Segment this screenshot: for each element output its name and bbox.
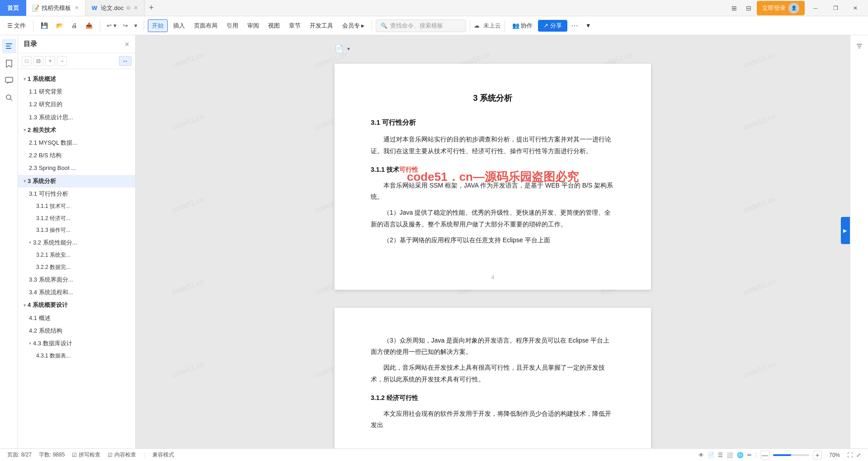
toc-sync-button[interactable]: ↔ bbox=[119, 56, 132, 66]
toc-expand-all-button[interactable]: □ bbox=[22, 56, 32, 66]
toc-item-3-1-3[interactable]: 3.1.3 操作可... bbox=[18, 224, 135, 236]
svg-rect-2 bbox=[6, 48, 11, 49]
insert-tab[interactable]: 插入 bbox=[170, 20, 189, 32]
toc-item-3-1[interactable]: 3.1 可行性分析 bbox=[18, 188, 135, 200]
view-mode-5[interactable]: ✏ bbox=[747, 452, 752, 458]
fullscreen-expand-button[interactable]: ⤢ bbox=[856, 452, 861, 458]
toc-icon-button[interactable] bbox=[2, 39, 16, 53]
toc-item-3-2-1[interactable]: 3.2.1 系统安... bbox=[18, 249, 135, 261]
watermark-15: code51.cn bbox=[742, 195, 777, 214]
doc-icon: W bbox=[91, 5, 98, 12]
open-button[interactable]: 📂 bbox=[52, 20, 67, 31]
bookmark-icon-button[interactable] bbox=[2, 56, 16, 71]
toc-item-3-3[interactable]: 3.3 系统界面分... bbox=[18, 273, 135, 286]
tab-doc[interactable]: W 论文.doc ⧉ ✕ bbox=[85, 0, 145, 16]
right-filter-button[interactable] bbox=[852, 39, 867, 53]
reference-tab[interactable]: 引用 bbox=[223, 20, 242, 32]
fullscreen-button[interactable]: ⛶ bbox=[847, 452, 853, 458]
toc-item-4-1[interactable]: 4.1 概述 bbox=[18, 312, 135, 325]
share-button[interactable]: ↗ 分享 bbox=[538, 20, 567, 32]
toc-item-4-3-1[interactable]: 4.3.1 数据表... bbox=[18, 350, 135, 362]
export-button[interactable]: 📤 bbox=[82, 20, 96, 31]
devtools-tab[interactable]: 开发工具 bbox=[306, 20, 337, 32]
redo-button[interactable]: ↪ bbox=[120, 20, 131, 31]
toc-add-button[interactable]: + bbox=[45, 56, 55, 66]
login-button[interactable]: 立即登录 👤 bbox=[757, 1, 805, 15]
toc-item-3-2-2[interactable]: 3.2.2 数据完... bbox=[18, 261, 135, 273]
toc-collapse-all-button[interactable]: ⊟ bbox=[33, 56, 43, 66]
zoom-minus-button[interactable]: — bbox=[760, 451, 769, 460]
toc-item-2[interactable]: ▾ 2 相关技术 bbox=[18, 124, 135, 136]
content-check-item[interactable]: ☑ 内容检查 bbox=[108, 451, 136, 459]
view-mode-4[interactable]: 🌐 bbox=[737, 452, 744, 458]
toc-item-2-1[interactable]: 2.1 MYSQL 数据... bbox=[18, 136, 135, 149]
view-mode-2[interactable]: ☰ bbox=[718, 452, 723, 458]
toc-item-2-3[interactable]: 2.3 Spring Boot ... bbox=[18, 162, 135, 174]
layout-tab[interactable]: 页面布局 bbox=[190, 20, 221, 32]
toc-item-4[interactable]: ▾ 4 系统概要设计 bbox=[18, 299, 135, 311]
zoom-plus-button[interactable]: + bbox=[813, 451, 822, 460]
close-button[interactable]: ✕ bbox=[846, 0, 864, 16]
toc-item-4-3[interactable]: ▾ 4.3.数据库设计 bbox=[18, 337, 135, 350]
toolbar-search-box[interactable]: 🔍 查找命令、搜索模板 bbox=[376, 19, 466, 32]
toc-close-button[interactable]: ✕ bbox=[124, 41, 130, 48]
restore-button[interactable]: ❐ bbox=[826, 0, 844, 16]
tab-daoke[interactable]: 📝 找稻壳模板 ✕ bbox=[26, 0, 85, 16]
start-tab[interactable]: 开始 bbox=[148, 19, 168, 32]
toc-item-3-1-2[interactable]: 3.1.2 经济可... bbox=[18, 212, 135, 225]
collapse-button[interactable]: ▼ bbox=[582, 20, 595, 31]
spell-check-item[interactable]: ☑ 拼写检查 bbox=[72, 451, 100, 459]
toc-item-3-1-1[interactable]: 3.1.1 技术可... bbox=[18, 200, 135, 212]
comments-icon-button[interactable] bbox=[2, 73, 16, 88]
view-mode-3[interactable]: ⬜ bbox=[726, 452, 733, 458]
grid-view-button[interactable]: ⊟ bbox=[742, 2, 755, 14]
tab-doc-restore[interactable]: ⧉ bbox=[127, 5, 130, 11]
collab-button[interactable]: 👥 协作 bbox=[509, 20, 536, 32]
review-tab[interactable]: 审阅 bbox=[244, 20, 263, 32]
layout-toggle-button[interactable]: ⊞ bbox=[728, 2, 741, 14]
zoom-level-label[interactable]: 70% bbox=[826, 452, 844, 458]
view-mode-1[interactable]: 📄 bbox=[708, 452, 714, 458]
doc-area[interactable]: code51.cn code51.cn code51.cn code51.cn … bbox=[136, 35, 850, 448]
right-float-button[interactable]: ▶ bbox=[841, 217, 850, 244]
page-1-content[interactable]: 3 系统分析 3.1 可行性分析 通过对本音乐网站实行的目的初步调查和分析，提出… bbox=[371, 91, 615, 246]
file-menu-button[interactable]: ☰ 文件 bbox=[4, 20, 29, 32]
toc-item-3-4[interactable]: 3.4 系统流程和... bbox=[18, 286, 135, 299]
left-icon-bar bbox=[0, 35, 18, 448]
toc-item-1-3[interactable]: 1.3 系统设计思... bbox=[18, 111, 135, 124]
chapter-tab[interactable]: 章节 bbox=[285, 20, 304, 32]
tab-daoke-close[interactable]: ✕ bbox=[74, 4, 80, 12]
toc-item-2-2[interactable]: 2.2 B/S 结构 bbox=[18, 149, 135, 162]
page-2-content[interactable]: （3）众所周知，Java 是面向对象的开发语言。程序开发员可以在 Eclipse… bbox=[371, 335, 615, 431]
undo-button[interactable]: ↩ ▾ bbox=[104, 20, 119, 31]
search-panel-button[interactable] bbox=[2, 90, 16, 105]
toc-label-4: 4 系统概要设计 bbox=[28, 301, 68, 309]
toc-label-3-1-2: 3.1.2 经济可... bbox=[36, 215, 71, 222]
view-tab[interactable]: 视图 bbox=[264, 20, 283, 32]
tab-doc-close[interactable]: ✕ bbox=[133, 4, 139, 12]
save-button[interactable]: 💾 bbox=[37, 20, 52, 31]
member-tab[interactable]: 会员专 ▶ bbox=[339, 20, 368, 32]
zoom-slider[interactable] bbox=[773, 454, 809, 456]
redo-dropdown[interactable]: ▾ bbox=[132, 20, 140, 31]
add-tab-button[interactable]: + bbox=[145, 3, 159, 13]
toc-item-3-2[interactable]: ▾ 3.2 系统性能分... bbox=[18, 236, 135, 249]
word-count-item[interactable]: 字数: 9885 bbox=[39, 451, 65, 459]
page-info-item[interactable]: 页面: 8/27 bbox=[7, 451, 32, 459]
doc-header-dropdown[interactable]: ▾ bbox=[347, 46, 350, 52]
toc-remove-button[interactable]: − bbox=[57, 56, 67, 66]
toc-item-3[interactable]: ▾ 3 系统分析 bbox=[18, 175, 135, 188]
print-button[interactable]: 🖨 bbox=[68, 20, 81, 31]
toc-item-1[interactable]: ▾ 1 系统概述 bbox=[18, 73, 135, 85]
more-button[interactable]: ⋯ bbox=[569, 19, 580, 32]
toolbar: ☰ 文件 💾 📂 🖨 📤 ↩ ▾ ↪ ▾ 开始 插入 页面布局 引用 审阅 视图… bbox=[0, 16, 868, 35]
toc-item-4-2[interactable]: 4.2 系统结构 bbox=[18, 325, 135, 337]
compat-mode-item[interactable]: 兼容模式 bbox=[152, 451, 174, 459]
minimize-button[interactable]: ─ bbox=[807, 0, 825, 16]
toc-item-1-1[interactable]: 1.1 研究背景 bbox=[18, 85, 135, 98]
eye-view-button[interactable]: 👁 bbox=[698, 452, 704, 458]
home-tab[interactable]: 首页 bbox=[0, 0, 26, 16]
cloud-section: ☁ 未上云 bbox=[474, 22, 501, 30]
tab-doc-label: 论文.doc bbox=[101, 4, 124, 12]
toc-item-1-2[interactable]: 1.2 研究目的 bbox=[18, 98, 135, 111]
